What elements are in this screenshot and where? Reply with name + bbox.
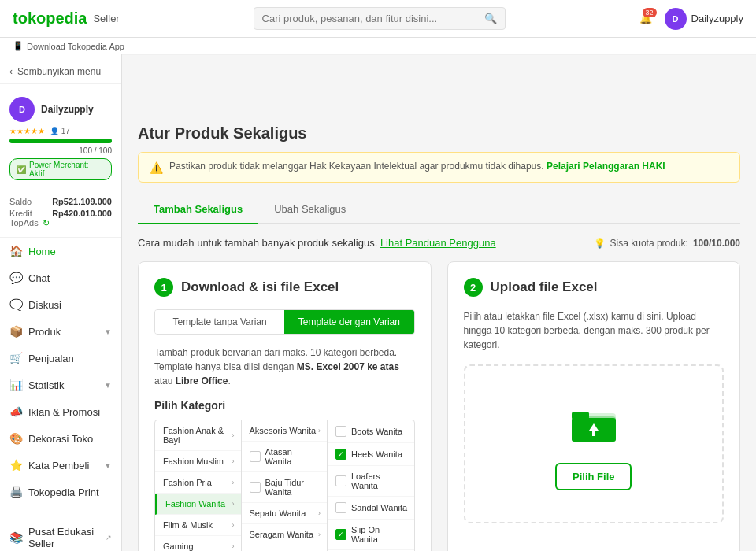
sidebar-item-produk-label: Produk (28, 326, 61, 338)
home-icon: 🏠 (9, 245, 22, 257)
step1-card: 1 Download & isi file Excel Template tan… (138, 261, 432, 551)
quota-icon: 💡 (594, 238, 606, 249)
step1-circle: 1 (154, 278, 173, 297)
user-button[interactable]: D Dailyzupply (665, 8, 743, 30)
warning-icon: ⚠️ (150, 161, 163, 174)
cat-item-sepatu-wanita[interactable]: Sepatu Wanita› (242, 503, 328, 524)
step1-description: Tambah produk bervarian dari maks. 10 ka… (154, 346, 415, 388)
kredit-value: Rp420.010.000 (52, 209, 112, 228)
sandal-checkbox[interactable] (335, 502, 346, 513)
diskusi-icon: 🗨️ (9, 298, 22, 311)
produk-icon: 📦 (9, 325, 22, 338)
print-icon: 🖨️ (9, 486, 22, 498)
sidebar-item-dekorasi[interactable]: 🎨 Dekorasi Toko (0, 425, 121, 452)
guide-bar: Cara mudah untuk tambah banyak produk se… (138, 237, 740, 249)
cat-item-atasan-wanita[interactable]: Atasan Wanita (242, 442, 328, 472)
choose-file-button[interactable]: Pilih File (555, 463, 632, 490)
cat-item-fashion-wanita[interactable]: Fashion Wanita› (155, 494, 241, 515)
cat-item-baju-tidur[interactable]: Baju Tidur Wanita (242, 472, 328, 503)
cat-item-gaming[interactable]: Gaming› (155, 536, 241, 551)
app-download-bar: 📱 Download Tokopedia App (0, 38, 756, 55)
penjualan-icon: 🛒 (9, 352, 22, 364)
user-name: Dailyzupply (691, 13, 743, 24)
topbar-right: 🔔 32 D Dailyzupply (639, 8, 743, 30)
slip-on-checkbox[interactable]: ✓ (335, 529, 346, 540)
download-icon: 📱 (13, 41, 24, 51)
guide-link[interactable]: Lihat Panduan Pengguna (380, 237, 496, 249)
cat-item-heels-wanita[interactable]: ✓ Heels Wanita (328, 443, 414, 466)
cat-item-boots-wanita[interactable]: Boots Wanita (328, 420, 414, 443)
page-title: Atur Produk Sekaligus (138, 124, 740, 142)
folder-upload-icon (569, 398, 619, 448)
upload-icon-container (569, 398, 619, 450)
chevron-down-icon-3: ▼ (104, 461, 112, 470)
sidebar-item-tokopedia-print[interactable]: 🖨️ Tokopedia Print (0, 479, 121, 505)
kata-icon: ⭐ (9, 459, 22, 471)
step2-card: 2 Upload file Excel Pilih atau letakkan … (447, 261, 741, 551)
notification-badge: 32 (643, 8, 657, 17)
upload-zone[interactable]: Pilih File (464, 364, 724, 523)
notification-button[interactable]: 🔔 32 (639, 13, 652, 24)
sidebar-item-produk[interactable]: 📦 Produk ▼ (0, 318, 121, 345)
sidebar-item-home[interactable]: 🏠 Home (0, 238, 121, 264)
category-grid: Fashion Anak & Bayi› Fashion Muslim› Fas… (154, 420, 415, 551)
main-layout: ‹ Sembunyikan menu D Dailyzupply ★★★★★ 👤… (0, 55, 756, 551)
cat-item-tas-wanita[interactable]: Tas Wanita› (242, 545, 328, 551)
cat-item-loafers-wanita[interactable]: Loafers Wanita (328, 466, 414, 497)
chevron-down-icon: ▼ (104, 327, 112, 336)
pick-category-title: Pilih Kategori (154, 399, 415, 412)
tab-tambah[interactable]: Tambah Sekaligus (138, 195, 258, 224)
step2-circle: 2 (464, 278, 483, 297)
category-col-1: Fashion Anak & Bayi› Fashion Muslim› Fas… (155, 420, 242, 551)
app-download-text: Download Tokopedia App (27, 42, 124, 51)
sidebar-item-iklan[interactable]: 📣 Iklan & Promosi (0, 398, 121, 425)
heels-checkbox[interactable]: ✓ (335, 449, 346, 460)
quota-info: 💡 Sisa kuota produk: 100/10.000 (594, 238, 740, 249)
loafers-checkbox[interactable] (335, 475, 346, 486)
boots-checkbox[interactable] (335, 426, 346, 437)
tab-ubah[interactable]: Ubah Sekaligus (258, 195, 361, 224)
sidebar-item-kata[interactable]: ⭐ Kata Pembeli ▼ (0, 452, 121, 479)
sidebar-item-chat[interactable]: 💬 Chat (0, 264, 121, 291)
progress-fill (9, 139, 112, 143)
profile-followers: 👤 17 (50, 127, 70, 135)
category-col-3: Boots Wanita ✓ Heels Wanita (328, 420, 414, 551)
hide-menu-button[interactable]: ‹ Sembunyikan menu (0, 60, 121, 84)
tab-bar: Tambah Sekaligus Ubah Sekaligus (138, 195, 740, 224)
sidebar-item-statistik[interactable]: 📊 Statistik ▼ (0, 372, 121, 398)
search-bar[interactable]: 🔍 (254, 7, 506, 30)
sidebar-item-diskusi-label: Diskusi (28, 299, 61, 311)
bottom-nav: 📚 Pusat Edukasi Seller ↗ 🎧 Tokopedia Car… (0, 512, 121, 551)
logo: tokopedia (13, 9, 87, 28)
sidebar-item-penjualan[interactable]: 🛒 Penjualan (0, 345, 121, 372)
sidebar-item-pusat-edukasi[interactable]: 📚 Pusat Edukasi Seller ↗ (0, 519, 121, 551)
cat-item-seragam-wanita[interactable]: Seragam Wanita› (242, 524, 328, 545)
profile-row: D Dailyzupply (9, 97, 112, 122)
cat-item-film-musik[interactable]: Film & Musik› (155, 515, 241, 536)
cat-item-fashion-muslim[interactable]: Fashion Muslim› (155, 451, 241, 472)
sidebar-item-diskusi[interactable]: 🗨️ Diskusi (0, 291, 121, 318)
atasan-wanita-checkbox[interactable] (250, 451, 261, 462)
template-no-varian-button[interactable]: Template tanpa Varian (155, 310, 284, 334)
cat-item-aksesoris-wanita[interactable]: Aksesoris Wanita› (242, 420, 328, 442)
cat-item-sandal-wanita[interactable]: Sandal Wanita (328, 497, 414, 520)
warning-text: Pastikan produk tidak melanggar Hak Keka… (169, 161, 665, 172)
edukasi-label: Pusat Edukasi Seller (28, 526, 99, 549)
chevron-left-icon: ‹ (9, 66, 13, 77)
template-with-varian-button[interactable]: Template dengan Varian (284, 310, 413, 334)
search-input[interactable] (262, 13, 478, 24)
hide-menu-label: Sembunyikan menu (17, 66, 101, 77)
haki-link[interactable]: Pelajari Pelanggaran HAKI (547, 161, 665, 172)
sidebar-item-iklan-label: Iklan & Promosi (28, 406, 100, 418)
sidebar-item-statistik-label: Statistik (28, 379, 65, 391)
cat-item-fashion-pria[interactable]: Fashion Pria› (155, 472, 241, 494)
cat-item-fashion-anak[interactable]: Fashion Anak & Bayi› (155, 420, 241, 451)
cat-item-slip-on-wanita[interactable]: ✓ Slip On Wanita (328, 520, 414, 550)
seller-label: Seller (93, 13, 119, 24)
power-merchant-badge: ✅ Power Merchant: Aktif (9, 158, 112, 180)
topbar: tokopedia Seller 🔍 🔔 32 D Dailyzupply (0, 0, 756, 38)
baju-tidur-checkbox[interactable] (250, 482, 261, 493)
step2-description: Pilih atau letakkan file Excel (.xlsx) k… (464, 309, 724, 352)
warning-banner: ⚠️ Pastikan produk tidak melanggar Hak K… (138, 152, 740, 183)
svg-rect-3 (572, 412, 589, 420)
